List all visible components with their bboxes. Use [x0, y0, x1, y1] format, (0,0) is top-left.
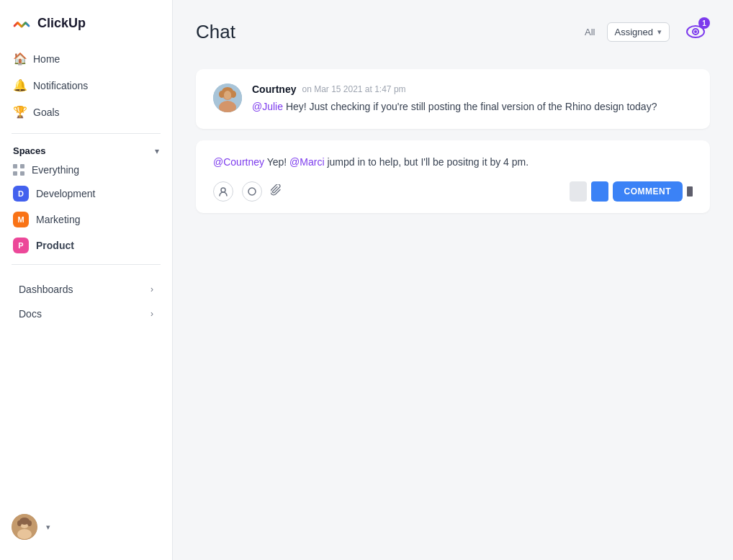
message-card: Courtney on Mar 15 2021 at 1:47 pm @Juli… [196, 69, 710, 129]
svg-point-15 [224, 91, 231, 99]
reply-toolbar: COMMENT [213, 181, 693, 202]
sidebar-user[interactable]: ▾ [0, 505, 172, 548]
svg-point-5 [27, 520, 32, 526]
sidebar-divider-2 [12, 264, 161, 265]
sidebar-bottom-section: Dashboards › Docs › [0, 276, 172, 327]
comment-button[interactable]: COMMENT [613, 181, 683, 202]
marketing-badge: M [13, 212, 29, 227]
user-chevron-icon: ▾ [46, 523, 50, 532]
cursor-indicator [687, 186, 693, 197]
message-header: Courtney on Mar 15 2021 at 1:47 pm [252, 83, 693, 95]
sidebar-item-everything-label: Everything [32, 164, 79, 176]
sidebar-item-product-label: Product [36, 240, 74, 251]
reply-card: @Courtney Yep! @Marci jumpd in to help, … [196, 140, 710, 213]
person-icon-button[interactable] [213, 181, 233, 202]
svg-point-16 [221, 188, 225, 192]
avatar-image [12, 514, 37, 540]
format-btn-1[interactable] [570, 181, 587, 202]
courtney-avatar [213, 83, 242, 112]
svg-point-17 [248, 188, 256, 195]
sidebar-item-home-label: Home [33, 53, 60, 65]
sidebar-item-marketing[interactable]: M Marketing [6, 207, 166, 232]
bell-icon: 🔔 [13, 78, 26, 92]
sidebar-item-everything[interactable]: Everything [6, 159, 166, 181]
trophy-icon: 🏆 [13, 105, 26, 119]
message-text: @Julie Hey! Just checking if you're stil… [252, 99, 693, 114]
sidebar-item-development[interactable]: D Development [6, 181, 166, 207]
svg-point-13 [219, 91, 225, 98]
sidebar: ClickUp 🏠 Home 🔔 Notifications 🏆 Goals S… [0, 0, 173, 560]
svg-point-14 [230, 91, 236, 98]
clickup-logo-icon [12, 13, 32, 33]
sidebar-divider [12, 133, 161, 134]
notifications-eye-button[interactable]: 1 [681, 17, 710, 46]
sidebar-item-development-label: Development [36, 188, 96, 199]
mention-courtney: @Courtney [213, 156, 264, 168]
chat-area: Courtney on Mar 15 2021 at 1:47 pm @Juli… [173, 58, 733, 560]
sidebar-item-home[interactable]: 🏠 Home [6, 46, 166, 71]
message-body-courtney: Courtney on Mar 15 2021 at 1:47 pm @Juli… [252, 83, 693, 114]
svg-point-8 [694, 30, 697, 33]
sidebar-item-docs[interactable]: Docs › [6, 302, 166, 325]
reply-text1: Yep! [264, 156, 289, 168]
spaces-title: Spaces [13, 145, 46, 156]
circle-icon-button[interactable] [242, 181, 262, 202]
logo-text: ClickUp [37, 16, 86, 31]
main-content: Chat All Assigned ▾ 1 [173, 0, 733, 560]
filter-chevron-icon: ▾ [657, 27, 662, 37]
sidebar-item-notifications[interactable]: 🔔 Notifications [6, 73, 166, 98]
reply-text2: jumpd in to help, but I'll be positng it… [325, 156, 529, 168]
spaces-header[interactable]: Spaces ▾ [0, 140, 172, 159]
attachment-icon-button[interactable] [271, 184, 282, 199]
home-icon: 🏠 [13, 52, 26, 66]
dashboards-label: Dashboards [19, 284, 73, 295]
sidebar-nav: 🏠 Home 🔔 Notifications 🏆 Goals [0, 43, 172, 127]
sidebar-item-notifications-label: Notifications [33, 80, 88, 91]
filter-assigned-dropdown[interactable]: Assigned ▾ [607, 22, 670, 42]
sidebar-item-product[interactable]: P Product [6, 232, 166, 258]
main-header: Chat All Assigned ▾ 1 [173, 0, 733, 58]
reply-body: @Courtney Yep! @Marci jumpd in to help, … [213, 155, 693, 170]
message-body-text: Hey! Just checking if you're still posti… [283, 101, 657, 112]
format-btn-2[interactable] [591, 181, 608, 202]
docs-chevron-icon: › [150, 309, 153, 319]
svg-point-2 [17, 529, 32, 539]
spaces-chevron-icon: ▾ [155, 146, 159, 156]
message-author: Courtney [252, 83, 296, 95]
dashboards-chevron-icon: › [150, 284, 153, 294]
sidebar-item-goals[interactable]: 🏆 Goals [6, 99, 166, 125]
avatar [12, 514, 37, 540]
sidebar-item-dashboards[interactable]: Dashboards › [6, 278, 166, 301]
everything-dots-icon [13, 164, 24, 176]
toolbar-right: COMMENT [570, 181, 693, 202]
product-badge: P [13, 238, 29, 253]
mention-marci: @Marci [289, 156, 324, 168]
filter-all-button[interactable]: All [585, 27, 595, 37]
svg-point-4 [17, 520, 22, 526]
message-time: on Mar 15 2021 at 1:47 pm [302, 84, 405, 94]
development-badge: D [13, 186, 29, 202]
sidebar-item-marketing-label: Marketing [36, 214, 80, 225]
filter-assigned-label: Assigned [615, 27, 653, 37]
sidebar-item-goals-label: Goals [33, 107, 60, 118]
eye-count-badge: 1 [698, 17, 710, 29]
docs-label: Docs [19, 308, 42, 320]
page-title: Chat [196, 21, 573, 43]
logo[interactable]: ClickUp [0, 0, 172, 43]
mention-julie: @Julie [252, 101, 283, 112]
